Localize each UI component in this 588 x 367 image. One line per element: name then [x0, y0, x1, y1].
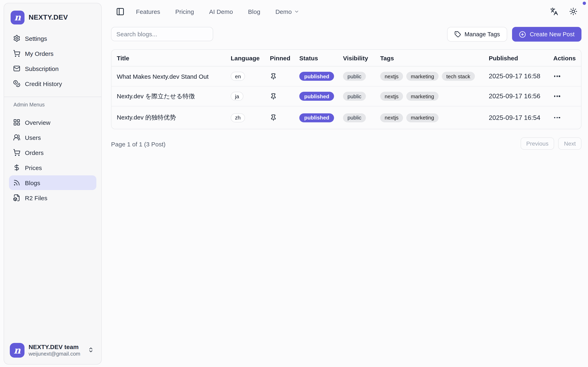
- blog-title: Nexty.dev 的独特优势: [117, 114, 176, 122]
- sidebar-item-label: Subscription: [25, 65, 59, 72]
- sidebar-item-label: Users: [25, 134, 41, 141]
- gear-icon: [13, 35, 20, 42]
- toolbar-buttons: Manage Tags Create New Post: [447, 27, 581, 42]
- create-new-post-button[interactable]: Create New Post: [512, 27, 581, 42]
- tag-icon: [454, 31, 461, 38]
- sidebar-item-blogs[interactable]: Blogs: [9, 175, 96, 190]
- visibility-badge: public: [343, 113, 366, 122]
- sidebar-item-r2-files[interactable]: R2 Files: [9, 191, 96, 205]
- account-menu-trigger[interactable]: n NEXTY.DEV team weijunext@gmail.com: [9, 341, 96, 359]
- col-header-title: Title: [112, 54, 225, 61]
- row-actions-button[interactable]: [553, 93, 561, 99]
- layout-grid-icon: [13, 119, 20, 126]
- nav-link-ai-demo[interactable]: AI Demo: [209, 8, 233, 15]
- tag-pill: marketing: [406, 92, 439, 101]
- language-badge: zh: [231, 113, 245, 122]
- account-email: weijunext@gmail.com: [29, 350, 80, 358]
- shopping-cart-icon: [13, 149, 20, 156]
- sidebar-item-prices[interactable]: Prices: [9, 160, 96, 175]
- sidebar-item-label: Prices: [25, 164, 42, 171]
- nav-dropdown-demo[interactable]: Demo: [276, 8, 300, 15]
- brand-logo-letter: n: [14, 13, 21, 22]
- users-icon: [13, 134, 20, 141]
- table-body: What Makes Nexty.dev Stand Out en publis…: [112, 67, 581, 129]
- rss-icon: [13, 179, 20, 186]
- chevron-down-icon: [294, 9, 300, 14]
- sidebar: n NEXTY.DEV Settings My Orders Subscript…: [4, 3, 102, 365]
- published-timestamp: 2025-09-17 16:54: [489, 114, 540, 121]
- pin-icon[interactable]: [270, 93, 277, 100]
- top-navigation: Features Pricing AI Demo Blog Demo: [110, 0, 588, 23]
- status-badge: published: [299, 92, 334, 101]
- col-header-language: Language: [225, 54, 265, 61]
- blog-toolbar: Manage Tags Create New Post: [110, 27, 588, 42]
- brand: n NEXTY.DEV: [9, 8, 96, 27]
- col-header-visibility: Visibility: [338, 54, 375, 61]
- admin-menu: Overview Users Orders Prices Blogs R2 Fi…: [9, 115, 96, 205]
- tag-pill: nextjs: [380, 113, 403, 122]
- sidebar-item-label: Settings: [25, 35, 47, 42]
- avatar: n: [10, 343, 25, 358]
- row-actions-button[interactable]: [553, 73, 561, 79]
- search-input[interactable]: [111, 27, 213, 41]
- tags-cell: nextjsmarketing: [375, 113, 484, 122]
- language-badge: en: [231, 72, 245, 81]
- sun-icon[interactable]: [569, 7, 577, 16]
- panel-left-icon[interactable]: [116, 7, 125, 16]
- nav-link-pricing[interactable]: Pricing: [175, 8, 194, 15]
- next-page-button[interactable]: Next: [558, 137, 581, 150]
- pin-icon[interactable]: [270, 73, 277, 80]
- table-header-row: Title Language Pinned Status Visibility …: [112, 50, 581, 67]
- tag-pill: marketing: [406, 72, 439, 81]
- circle-plus-icon: [519, 31, 526, 38]
- sidebar-item-settings[interactable]: Settings: [9, 31, 96, 46]
- sidebar-section-label: Admin Menus: [13, 102, 96, 108]
- nav-dropdown-label: Demo: [276, 8, 292, 15]
- pin-icon[interactable]: [270, 114, 277, 121]
- coins-icon: [13, 80, 20, 87]
- sidebar-divider: [4, 97, 101, 97]
- published-timestamp: 2025-09-17 16:56: [489, 92, 540, 100]
- pagination-controls: Previous Next: [520, 137, 581, 150]
- col-header-tags: Tags: [375, 54, 484, 61]
- account-name: NEXTY.DEV team: [29, 343, 80, 350]
- tag-pill: nextjs: [380, 92, 403, 101]
- sidebar-item-overview[interactable]: Overview: [9, 115, 96, 130]
- sidebar-item-my-orders[interactable]: My Orders: [9, 46, 96, 61]
- table-row[interactable]: Nexty.dev 的独特优势 zh published public next…: [112, 106, 581, 129]
- status-badge: published: [299, 113, 334, 122]
- nav-link-blog[interactable]: Blog: [248, 8, 260, 15]
- sidebar-item-label: Overview: [25, 119, 51, 126]
- language-badge: ja: [231, 92, 243, 101]
- topbar-actions: [550, 7, 577, 16]
- col-header-status: Status: [294, 54, 338, 61]
- col-header-pinned: Pinned: [265, 54, 294, 61]
- create-post-label: Create New Post: [530, 31, 575, 38]
- brand-name: NEXTY.DEV: [29, 13, 68, 22]
- topnav-links: Features Pricing AI Demo Blog Demo: [136, 0, 300, 23]
- row-actions-button[interactable]: [553, 115, 561, 121]
- language-icon[interactable]: [550, 7, 558, 16]
- sidebar-item-subscription[interactable]: Subscription: [9, 61, 96, 76]
- brand-logo-icon: n: [11, 11, 25, 25]
- blog-title: What Makes Nexty.dev Stand Out: [117, 73, 209, 80]
- manage-tags-button[interactable]: Manage Tags: [447, 27, 507, 42]
- previous-page-button[interactable]: Previous: [520, 137, 554, 150]
- visibility-badge: public: [343, 92, 366, 101]
- visibility-badge: public: [343, 72, 366, 81]
- table-row[interactable]: What Makes Nexty.dev Stand Out en publis…: [112, 67, 581, 86]
- published-timestamp: 2025-09-17 16:58: [489, 73, 540, 80]
- table-row[interactable]: Nexty.dev を際立たせる特徴 ja published public n…: [112, 86, 581, 106]
- manage-tags-label: Manage Tags: [465, 31, 500, 38]
- status-badge: published: [299, 72, 334, 81]
- col-header-actions: Actions: [548, 54, 581, 61]
- col-header-published: Published: [484, 54, 548, 61]
- app-root: n NEXTY.DEV Settings My Orders Subscript…: [0, 0, 588, 367]
- blog-title: Nexty.dev を際立たせる特徴: [117, 92, 195, 100]
- sidebar-item-users[interactable]: Users: [9, 130, 96, 145]
- file-box-icon: [13, 194, 20, 201]
- sidebar-item-orders[interactable]: Orders: [9, 145, 96, 160]
- sidebar-item-credit-history[interactable]: Credit History: [9, 76, 96, 91]
- nav-link-features[interactable]: Features: [136, 8, 160, 15]
- user-menu: Settings My Orders Subscription Credit H…: [9, 31, 96, 91]
